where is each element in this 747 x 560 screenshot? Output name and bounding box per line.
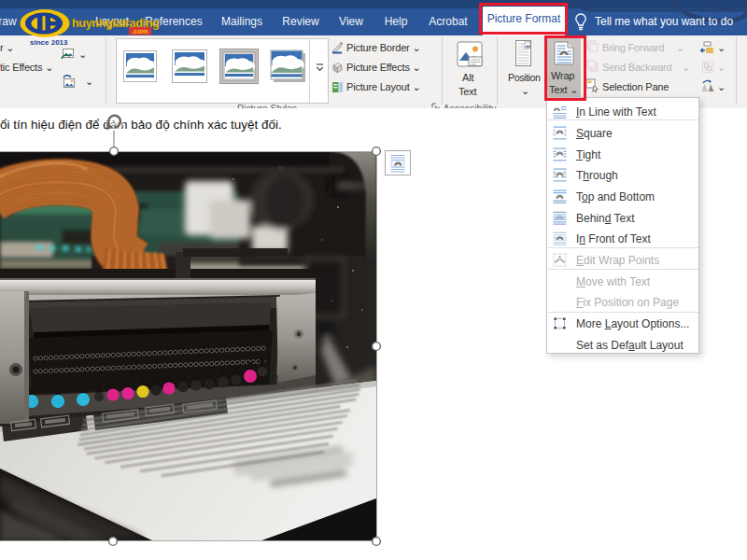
svg-text:.com: .com <box>132 27 148 35</box>
svg-text:since 2013: since 2013 <box>30 38 68 47</box>
